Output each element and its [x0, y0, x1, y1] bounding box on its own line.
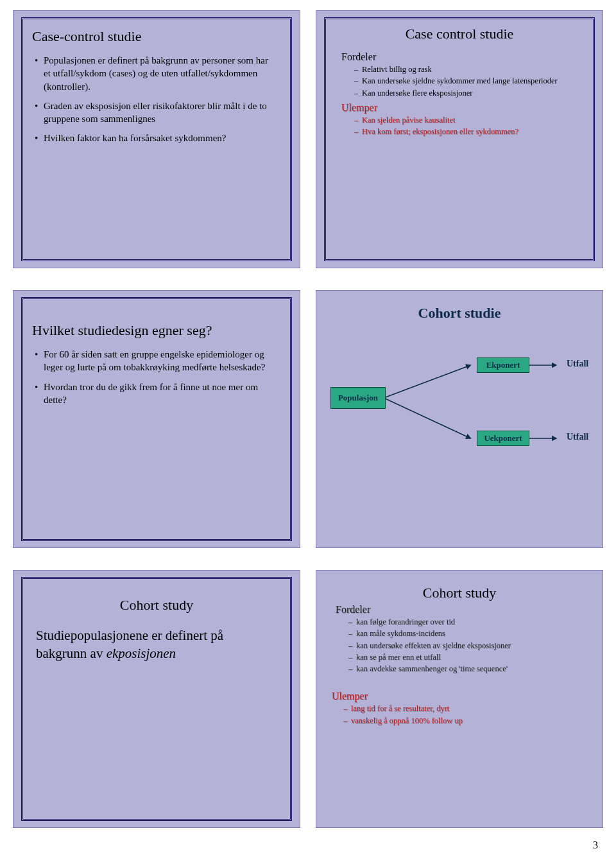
- slide-title: Case control studie: [335, 26, 584, 42]
- slide-panel: Cohort study Studiepopulasjonene er defi…: [21, 577, 292, 821]
- slide-grid: Case-control studie Populasjonen er defi…: [0, 0, 616, 860]
- list-item: kan følge forandringer over tid: [348, 617, 590, 627]
- list-item: Kan undersøke sjeldne sykdommer med lang…: [354, 76, 584, 86]
- ulemper-list: Kan sjelden påvise kausalitet Hva kom fø…: [354, 115, 584, 137]
- slide-panel: Cohort studie Populasjon Ekponert Uekpon…: [324, 297, 595, 541]
- slide-panel: Cohort study Fordeler kan følge forandri…: [324, 577, 595, 821]
- slide-case-control-detail: Case-control studie Populasjonen er defi…: [13, 10, 300, 268]
- slide-panel: Case-control studie Populasjonen er defi…: [21, 17, 292, 261]
- list-item: Kan undersøke flere eksposisjoner: [354, 88, 584, 98]
- diagram-box-exposed: Ekponert: [477, 357, 529, 373]
- bullet-item: Hvilken faktor kan ha forsårsaket sykdom…: [35, 132, 277, 144]
- list-item: kan undersøke effekten av sjeldne ekspos…: [348, 641, 590, 651]
- page-number: 3: [593, 839, 598, 851]
- slide-title: Cohort studie: [329, 305, 590, 322]
- diagram-box-unexposed: Uekponert: [477, 431, 529, 446]
- list-item: Hva kom først; eksposisjonen eller sykdo…: [354, 126, 584, 137]
- list-item: kan avdekke sammenhenger og 'time sequen…: [348, 664, 590, 674]
- slide-title: Cohort study: [329, 585, 590, 601]
- slide-title: Cohort study: [32, 597, 281, 614]
- bullet-item: Graden av eksposisjon eller risikofaktor…: [35, 99, 277, 126]
- body-emphasis: ekposisjonen: [107, 646, 176, 661]
- slide-panel: Hvilket studiedesign egner seg? For 60 å…: [21, 297, 292, 541]
- diagram-box-population: Populasjon: [330, 387, 386, 409]
- list-item: Kan sjelden påvise kausalitet: [354, 115, 584, 125]
- slide-panel: Case control studie Fordeler Relativt bi…: [324, 17, 595, 261]
- fordeler-heading: Fordeler: [341, 51, 584, 63]
- svg-line-1: [384, 398, 470, 438]
- fordeler-list: Relativt billig og rask Kan undersøke sj…: [354, 64, 584, 98]
- list-item: vanskelig å oppnå 100% follow up: [343, 716, 590, 726]
- bullet-item: For 60 år siden satt en gruppe engelske …: [35, 348, 277, 374]
- slide-body-text: Studiepopulasjonene er definert på bakgr…: [36, 626, 277, 663]
- slide-title: Case-control studie: [32, 28, 281, 45]
- ulemper-heading: Ulemper: [332, 691, 590, 702]
- diagram-label-outcome-2: Utfall: [567, 432, 588, 442]
- slide-cohort-pros-cons: Cohort study Fordeler kan følge forandri…: [316, 570, 603, 828]
- slide-case-control-pros-cons: Case control studie Fordeler Relativt bi…: [316, 10, 603, 268]
- ulemper-list: lang tid for å se resultater, dyrt vansk…: [343, 703, 590, 726]
- fordeler-heading: Fordeler: [336, 604, 590, 615]
- list-item: kan måle sykdoms-incidens: [348, 628, 590, 639]
- cohort-diagram: Populasjon Ekponert Uekponert Utfall Utf…: [329, 340, 590, 468]
- slide-cohort-definition: Cohort study Studiepopulasjonene er defi…: [13, 570, 300, 828]
- fordeler-list: kan følge forandringer over tid kan måle…: [348, 617, 590, 674]
- slide-question: Hvilket studiedesign egner seg? For 60 å…: [13, 290, 300, 548]
- slide-title: Hvilket studiedesign egner seg?: [32, 322, 281, 339]
- diagram-label-outcome-1: Utfall: [567, 359, 588, 369]
- list-item: Relativt billig og rask: [354, 64, 584, 74]
- list-item: kan se på mer enn et utfall: [348, 652, 590, 662]
- svg-line-0: [384, 365, 470, 398]
- bullet-list: Populasjonen er definert på bakgrunn av …: [32, 54, 281, 145]
- ulemper-heading: Ulemper: [341, 102, 584, 114]
- slide-cohort-diagram: Cohort studie Populasjon Ekponert Uekpon…: [316, 290, 603, 548]
- bullet-item: Populasjonen er definert på bakgrunn av …: [35, 54, 277, 93]
- bullet-list: For 60 år siden satt en gruppe engelske …: [32, 348, 281, 406]
- list-item: lang tid for å se resultater, dyrt: [343, 703, 590, 714]
- bullet-item: Hvordan tror du de gikk frem for å finne…: [35, 381, 277, 407]
